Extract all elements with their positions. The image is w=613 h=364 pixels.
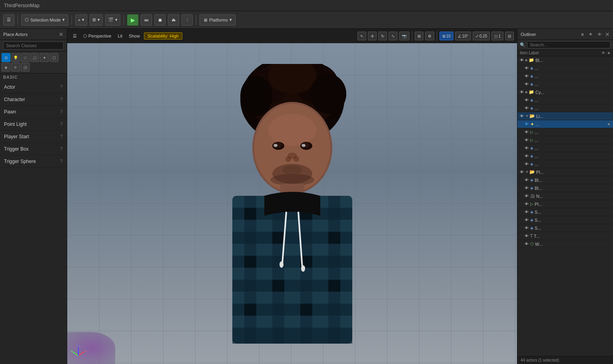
- camera-tool-button[interactable]: 📷: [399, 32, 409, 40]
- viewport-scene[interactable]: X Y Z: [67, 43, 517, 364]
- scale-tool-button[interactable]: ⤡: [389, 32, 397, 40]
- move-tool-button[interactable]: ✛: [368, 32, 377, 40]
- volumes-icon[interactable]: ◈: [2, 63, 10, 72]
- viewport[interactable]: ☰ ⬡ Perspective Lit Show Scalability: Hi…: [67, 29, 517, 364]
- outliner-mesh-cy-1[interactable]: 👁 ◈ ...: [517, 96, 613, 104]
- geometry-icon[interactable]: ⬡: [50, 53, 58, 62]
- outliner-scroll-area[interactable]: 👁 ▶ 📁 Bl... 👁 ◈ ... 👁 ◈ ... 👁 ◈ ...: [517, 56, 613, 356]
- outliner-search-input[interactable]: [527, 41, 611, 48]
- actor-item-pawn[interactable]: Pawn ?: [0, 106, 67, 118]
- play-button[interactable]: ▶: [127, 14, 138, 26]
- viewport-menu-button[interactable]: ☰: [70, 32, 79, 40]
- platforms-button[interactable]: 🖥 Platforms ▾: [200, 14, 235, 26]
- eye-actor-li-1[interactable]: 👁: [525, 130, 529, 134]
- eye-mesh-li-2[interactable]: 👁: [525, 154, 529, 158]
- eye-mesh-cy-2[interactable]: 👁: [525, 106, 529, 110]
- layout-button[interactable]: ⊟: [505, 32, 514, 40]
- eye-pl[interactable]: 👁: [520, 170, 524, 174]
- search-classes-input[interactable]: [3, 42, 64, 50]
- eye-mesh-cy-1[interactable]: 👁: [525, 98, 529, 102]
- all-actors-icon[interactable]: ⊞: [2, 53, 10, 62]
- outliner-actor-pl-p[interactable]: 👁 ▷ Pl...: [517, 200, 613, 208]
- cursor-tool-button[interactable]: ↖: [357, 32, 366, 40]
- camera-button[interactable]: 🎬 ▾: [105, 14, 120, 26]
- menu-button[interactable]: ☰: [3, 14, 14, 26]
- rotate-tool-button[interactable]: ↻: [378, 32, 387, 40]
- world-grid-button[interactable]: ⊞: [415, 32, 423, 40]
- expand-li[interactable]: ▼: [525, 114, 529, 118]
- outliner-mesh-bl-2[interactable]: 👁 ◈ ...: [517, 72, 613, 80]
- eye-light[interactable]: 👁: [525, 122, 529, 126]
- expand-pl[interactable]: ▼: [525, 170, 529, 174]
- place-actors-close[interactable]: ✕: [59, 31, 64, 38]
- eye-actor-pl-p[interactable]: 👁: [525, 202, 529, 206]
- skip-button[interactable]: ⏭: [141, 14, 152, 26]
- actor-help-trigger-box[interactable]: ?: [60, 146, 63, 152]
- outliner-light-item[interactable]: 👁 ✦ ... ★: [517, 120, 613, 128]
- scale-button[interactable]: ⤢ 0.25: [473, 32, 490, 40]
- actor-help-trigger-sphere[interactable]: ?: [60, 159, 63, 164]
- grid-settings-button[interactable]: ⚙: [425, 32, 434, 40]
- eye-mesh-pl-2[interactable]: 👁: [525, 186, 529, 190]
- outliner-actor-pl-n[interactable]: 👁 🎥 N...: [517, 192, 613, 200]
- eye-mesh-bl-1[interactable]: 👁: [525, 66, 529, 70]
- eye-mesh-li-3[interactable]: 👁: [525, 162, 529, 166]
- angle-button[interactable]: ∠ 10°: [455, 32, 471, 40]
- outliner-mesh-pl-s3[interactable]: 👁 ◈ S...: [517, 224, 613, 232]
- outliner-mesh-li-1[interactable]: 👁 ◈ ...: [517, 144, 613, 152]
- stop-button[interactable]: ⏹: [154, 14, 166, 26]
- eye-mesh-pl-s1[interactable]: 👁: [525, 210, 529, 214]
- actor-help-point-light[interactable]: ?: [60, 121, 63, 127]
- outliner-mesh-bl-3[interactable]: 👁 ◈ ...: [517, 80, 613, 88]
- eye-mesh-pl-1[interactable]: 👁: [525, 178, 529, 182]
- actor-item-character[interactable]: Character ?: [0, 93, 67, 106]
- eye-li[interactable]: 👁: [520, 114, 524, 118]
- selection-mode-button[interactable]: ⬡ Selection Mode ▾: [21, 14, 68, 26]
- eye-mesh-pl-s2[interactable]: 👁: [525, 218, 529, 222]
- recent-icon[interactable]: ◷: [21, 63, 30, 72]
- outliner-mesh-li-3[interactable]: 👁 ◈ ...: [517, 160, 613, 168]
- eject-button[interactable]: ⏏: [168, 14, 179, 26]
- outliner-folder-bl[interactable]: 👁 ▶ 📁 Bl...: [517, 56, 613, 64]
- outliner-mesh-pl-2[interactable]: 👁 ◈ Bl...: [517, 184, 613, 192]
- all-classes-icon[interactable]: ≡: [11, 63, 20, 72]
- scalability-badge[interactable]: Scalability: High: [144, 32, 182, 40]
- actor-item-trigger-box[interactable]: Trigger Box ?: [0, 143, 67, 155]
- outliner-mesh-li-2[interactable]: 👁 ◈ ...: [517, 152, 613, 160]
- eye-bl[interactable]: 👁: [520, 58, 524, 62]
- outliner-mesh-bl-1[interactable]: 👁 ◈ ...: [517, 64, 613, 72]
- outliner-close[interactable]: ✕: [605, 31, 610, 38]
- show-button[interactable]: Show: [126, 32, 142, 40]
- eye-actor-li-2[interactable]: 👁: [525, 138, 529, 142]
- actor-item-point-light[interactable]: Point Light ?: [0, 118, 67, 131]
- actor-help-actor[interactable]: ?: [60, 84, 63, 90]
- more-play-button[interactable]: ⋮: [182, 14, 193, 26]
- expand-cy[interactable]: ▶: [525, 90, 528, 94]
- outliner-actor-li-2[interactable]: 👁 ▷ ...: [517, 136, 613, 144]
- actor-item-trigger-sphere[interactable]: Trigger Sphere ?: [0, 155, 67, 168]
- outliner-mesh-cy-2[interactable]: 👁 ◈ ...: [517, 104, 613, 112]
- outliner-mesh-pl-s2[interactable]: 👁 ◈ S...: [517, 216, 613, 224]
- lights-icon[interactable]: 💡: [11, 53, 20, 62]
- eye-mesh-li-1[interactable]: 👁: [525, 146, 529, 150]
- layer-button[interactable]: ◻ 1: [491, 32, 503, 40]
- actor-item-player-start[interactable]: Player Start ?: [0, 131, 67, 143]
- snap-button[interactable]: ⊞ ▾: [90, 14, 103, 26]
- outliner-pin-button[interactable]: ★: [587, 31, 594, 38]
- eye-mesh-bl-2[interactable]: 👁: [525, 74, 529, 78]
- outliner-actor-pl-w[interactable]: 👁 ⬡ W...: [517, 240, 613, 248]
- add-content-button[interactable]: + ▾: [75, 14, 87, 26]
- cinematic-icon[interactable]: 🎥: [30, 53, 39, 62]
- eye-actor-pl-t[interactable]: 👁: [525, 234, 529, 238]
- outliner-eye-button[interactable]: 👁: [596, 31, 603, 38]
- actor-help-player-start[interactable]: ?: [60, 134, 63, 139]
- expand-bl[interactable]: ▶: [525, 58, 528, 62]
- actor-help-pawn[interactable]: ?: [60, 109, 63, 115]
- lit-button[interactable]: Lit: [115, 32, 125, 40]
- eye-actor-pl-w[interactable]: 👁: [525, 242, 529, 246]
- eye-mesh-pl-s3[interactable]: 👁: [525, 226, 529, 230]
- outliner-folder-cy[interactable]: 👁 ▶ 📁 Cy...: [517, 88, 613, 96]
- actor-item-actor[interactable]: Actor ?: [0, 81, 67, 93]
- shapes-icon[interactable]: □: [21, 53, 30, 62]
- eye-mesh-bl-3[interactable]: 👁: [525, 82, 529, 86]
